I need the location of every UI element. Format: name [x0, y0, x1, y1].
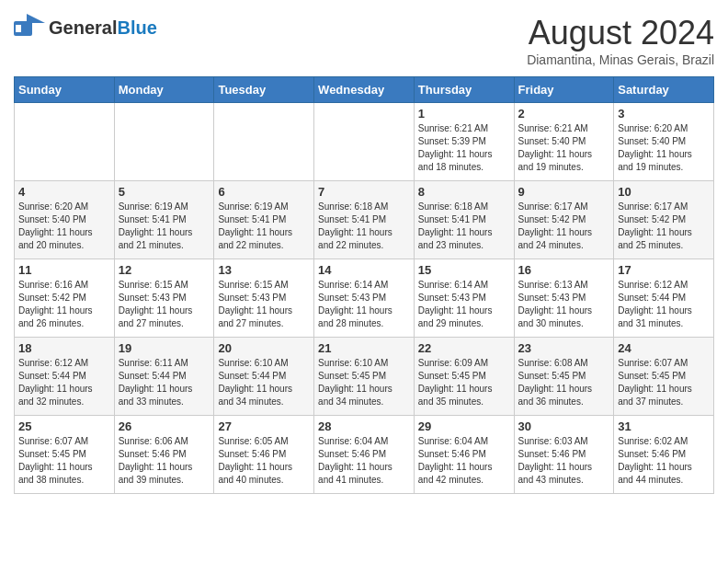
calendar-cell: 29Sunrise: 6:04 AM Sunset: 5:46 PM Dayli… — [414, 416, 514, 494]
day-info: Sunrise: 6:16 AM Sunset: 5:42 PM Dayligh… — [18, 279, 110, 330]
day-info: Sunrise: 6:05 AM Sunset: 5:46 PM Dayligh… — [218, 435, 310, 487]
day-info: Sunrise: 6:10 AM Sunset: 5:44 PM Dayligh… — [218, 357, 310, 408]
calendar-cell: 19Sunrise: 6:11 AM Sunset: 5:44 PM Dayli… — [114, 338, 214, 416]
day-number: 30 — [518, 419, 610, 433]
day-number: 21 — [318, 341, 410, 355]
calendar-cell: 17Sunrise: 6:12 AM Sunset: 5:44 PM Dayli… — [614, 259, 714, 338]
day-info: Sunrise: 6:13 AM Sunset: 5:43 PM Dayligh… — [518, 279, 610, 330]
day-number: 6 — [218, 185, 310, 199]
day-info: Sunrise: 6:12 AM Sunset: 5:44 PM Dayligh… — [18, 357, 110, 408]
calendar-cell: 14Sunrise: 6:14 AM Sunset: 5:43 PM Dayli… — [314, 259, 415, 338]
day-number: 2 — [518, 107, 610, 121]
calendar-cell — [214, 103, 314, 181]
day-info: Sunrise: 6:08 AM Sunset: 5:45 PM Dayligh… — [518, 357, 610, 408]
svg-marker-1 — [27, 14, 45, 23]
day-number: 24 — [618, 341, 710, 355]
calendar-cell: 11Sunrise: 6:16 AM Sunset: 5:42 PM Dayli… — [15, 259, 115, 338]
calendar-cell: 9Sunrise: 6:17 AM Sunset: 5:42 PM Daylig… — [514, 181, 614, 259]
calendar-week-2: 11Sunrise: 6:16 AM Sunset: 5:42 PM Dayli… — [15, 259, 714, 338]
calendar-cell: 31Sunrise: 6:02 AM Sunset: 5:46 PM Dayli… — [614, 416, 714, 494]
logo-blue: Blue — [117, 17, 156, 38]
day-info: Sunrise: 6:09 AM Sunset: 5:45 PM Dayligh… — [418, 357, 510, 408]
day-number: 22 — [418, 341, 510, 355]
title-area: August 2024 Diamantina, Minas Gerais, Br… — [527, 14, 714, 67]
day-info: Sunrise: 6:20 AM Sunset: 5:40 PM Dayligh… — [18, 201, 110, 252]
day-number: 3 — [618, 107, 710, 121]
header: GeneralBlue August 2024 Diamantina, Mina… — [14, 14, 714, 67]
day-number: 19 — [119, 341, 210, 355]
calendar-body: 1Sunrise: 6:21 AM Sunset: 5:39 PM Daylig… — [15, 103, 714, 494]
calendar-cell: 28Sunrise: 6:04 AM Sunset: 5:46 PM Dayli… — [314, 416, 415, 494]
calendar: SundayMondayTuesdayWednesdayThursdayFrid… — [14, 76, 714, 494]
calendar-cell: 7Sunrise: 6:18 AM Sunset: 5:41 PM Daylig… — [314, 181, 415, 259]
day-info: Sunrise: 6:07 AM Sunset: 5:45 PM Dayligh… — [618, 357, 710, 408]
calendar-cell: 30Sunrise: 6:03 AM Sunset: 5:46 PM Dayli… — [514, 416, 614, 494]
calendar-week-0: 1Sunrise: 6:21 AM Sunset: 5:39 PM Daylig… — [15, 103, 714, 181]
day-info: Sunrise: 6:15 AM Sunset: 5:43 PM Dayligh… — [218, 279, 310, 330]
calendar-cell: 21Sunrise: 6:10 AM Sunset: 5:45 PM Dayli… — [314, 338, 415, 416]
day-info: Sunrise: 6:02 AM Sunset: 5:46 PM Dayligh… — [618, 435, 710, 487]
day-info: Sunrise: 6:10 AM Sunset: 5:45 PM Dayligh… — [318, 357, 410, 408]
day-number: 5 — [119, 185, 210, 199]
calendar-cell: 13Sunrise: 6:15 AM Sunset: 5:43 PM Dayli… — [214, 259, 314, 338]
calendar-cell: 4Sunrise: 6:20 AM Sunset: 5:40 PM Daylig… — [15, 181, 115, 259]
day-number: 25 — [18, 419, 110, 433]
calendar-cell: 12Sunrise: 6:15 AM Sunset: 5:43 PM Dayli… — [114, 259, 214, 338]
calendar-cell: 1Sunrise: 6:21 AM Sunset: 5:39 PM Daylig… — [414, 103, 514, 181]
day-info: Sunrise: 6:12 AM Sunset: 5:44 PM Dayligh… — [618, 279, 710, 330]
day-info: Sunrise: 6:18 AM Sunset: 5:41 PM Dayligh… — [318, 201, 410, 252]
calendar-header-row: SundayMondayTuesdayWednesdayThursdayFrid… — [15, 77, 714, 103]
calendar-cell: 10Sunrise: 6:17 AM Sunset: 5:42 PM Dayli… — [614, 181, 714, 259]
day-info: Sunrise: 6:19 AM Sunset: 5:41 PM Dayligh… — [119, 201, 210, 252]
svg-rect-2 — [16, 25, 21, 32]
day-info: Sunrise: 6:20 AM Sunset: 5:40 PM Dayligh… — [618, 122, 710, 174]
calendar-week-3: 18Sunrise: 6:12 AM Sunset: 5:44 PM Dayli… — [15, 338, 714, 416]
calendar-week-4: 25Sunrise: 6:07 AM Sunset: 5:45 PM Dayli… — [15, 416, 714, 494]
month-title: August 2024 — [527, 14, 714, 52]
day-header-monday: Monday — [114, 77, 214, 103]
day-info: Sunrise: 6:21 AM Sunset: 5:39 PM Dayligh… — [418, 122, 510, 174]
day-number: 18 — [18, 341, 110, 355]
day-number: 17 — [618, 263, 710, 277]
calendar-cell: 3Sunrise: 6:20 AM Sunset: 5:40 PM Daylig… — [614, 103, 714, 181]
calendar-cell: 8Sunrise: 6:18 AM Sunset: 5:41 PM Daylig… — [414, 181, 514, 259]
day-number: 13 — [218, 263, 310, 277]
day-info: Sunrise: 6:18 AM Sunset: 5:41 PM Dayligh… — [418, 201, 510, 252]
calendar-cell: 15Sunrise: 6:14 AM Sunset: 5:43 PM Dayli… — [414, 259, 514, 338]
day-info: Sunrise: 6:11 AM Sunset: 5:44 PM Dayligh… — [119, 357, 210, 408]
day-number: 26 — [119, 419, 210, 433]
day-info: Sunrise: 6:07 AM Sunset: 5:45 PM Dayligh… — [18, 435, 110, 487]
day-number: 16 — [518, 263, 610, 277]
day-number: 10 — [618, 185, 710, 199]
logo-icon — [14, 14, 45, 41]
day-info: Sunrise: 6:17 AM Sunset: 5:42 PM Dayligh… — [518, 201, 610, 252]
day-info: Sunrise: 6:14 AM Sunset: 5:43 PM Dayligh… — [318, 279, 410, 330]
day-number: 12 — [119, 263, 210, 277]
day-number: 29 — [418, 419, 510, 433]
calendar-cell: 22Sunrise: 6:09 AM Sunset: 5:45 PM Dayli… — [414, 338, 514, 416]
calendar-cell: 26Sunrise: 6:06 AM Sunset: 5:46 PM Dayli… — [114, 416, 214, 494]
logo-general: General — [49, 17, 117, 38]
day-info: Sunrise: 6:14 AM Sunset: 5:43 PM Dayligh… — [418, 279, 510, 330]
calendar-cell: 20Sunrise: 6:10 AM Sunset: 5:44 PM Dayli… — [214, 338, 314, 416]
day-header-wednesday: Wednesday — [314, 77, 415, 103]
day-number: 11 — [18, 263, 110, 277]
calendar-cell: 24Sunrise: 6:07 AM Sunset: 5:45 PM Dayli… — [614, 338, 714, 416]
calendar-cell: 27Sunrise: 6:05 AM Sunset: 5:46 PM Dayli… — [214, 416, 314, 494]
calendar-cell: 6Sunrise: 6:19 AM Sunset: 5:41 PM Daylig… — [214, 181, 314, 259]
calendar-cell: 23Sunrise: 6:08 AM Sunset: 5:45 PM Dayli… — [514, 338, 614, 416]
calendar-cell — [15, 103, 115, 181]
day-info: Sunrise: 6:04 AM Sunset: 5:46 PM Dayligh… — [318, 435, 410, 487]
calendar-cell — [314, 103, 415, 181]
day-number: 28 — [318, 419, 410, 433]
day-info: Sunrise: 6:19 AM Sunset: 5:41 PM Dayligh… — [218, 201, 310, 252]
day-info: Sunrise: 6:17 AM Sunset: 5:42 PM Dayligh… — [618, 201, 710, 252]
day-info: Sunrise: 6:03 AM Sunset: 5:46 PM Dayligh… — [518, 435, 610, 487]
day-header-thursday: Thursday — [414, 77, 514, 103]
day-number: 23 — [518, 341, 610, 355]
logo: GeneralBlue — [14, 14, 157, 41]
day-number: 15 — [418, 263, 510, 277]
calendar-cell: 25Sunrise: 6:07 AM Sunset: 5:45 PM Dayli… — [15, 416, 115, 494]
calendar-cell: 18Sunrise: 6:12 AM Sunset: 5:44 PM Dayli… — [15, 338, 115, 416]
location: Diamantina, Minas Gerais, Brazil — [527, 52, 714, 67]
